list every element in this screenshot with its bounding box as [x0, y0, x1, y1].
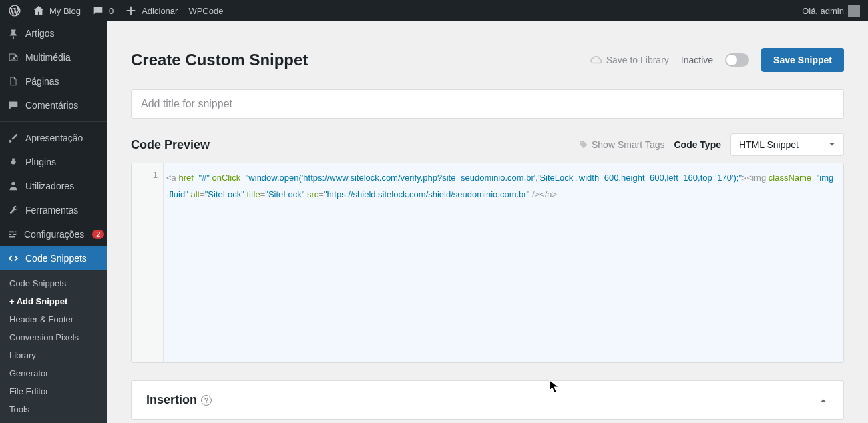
comment-bubble-icon — [91, 4, 105, 17]
home-icon — [32, 4, 45, 17]
add-new-label: Adicionar — [142, 6, 178, 16]
wpcode-toolbar[interactable]: WPCode — [188, 6, 223, 16]
wpcode-toolbar-label: WPCode — [188, 6, 223, 16]
comments-count: 0 — [109, 6, 114, 16]
my-account[interactable]: Olá, admin — [802, 5, 860, 17]
wp-logo[interactable] — [8, 4, 21, 17]
avatar-icon — [848, 5, 860, 17]
wordpress-icon — [8, 4, 21, 17]
admin-bar: My Blog 0 Adicionar WPCode Olá, admin — [0, 0, 868, 21]
site-name-label: My Blog — [49, 6, 81, 16]
greeting-label: Olá, admin — [802, 6, 844, 16]
site-name[interactable]: My Blog — [32, 4, 81, 17]
plus-icon — [124, 4, 138, 17]
add-new[interactable]: Adicionar — [124, 4, 178, 17]
comments-link[interactable]: 0 — [91, 4, 114, 17]
